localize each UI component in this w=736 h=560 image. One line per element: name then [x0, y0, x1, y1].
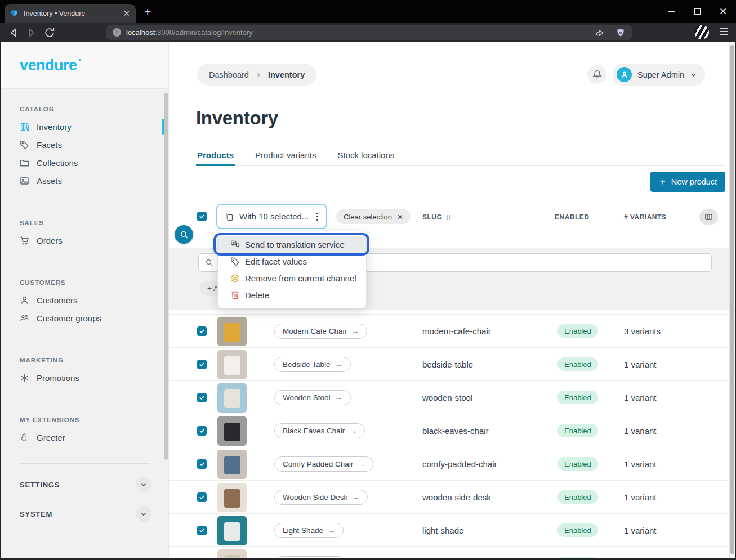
enabled-badge: Enabled: [557, 324, 598, 338]
product-slug: black-eaves-chair: [422, 426, 489, 436]
brave-shield-icon[interactable]: [616, 28, 625, 37]
enabled-badge: Enabled: [557, 490, 598, 504]
sidebar-item-facets[interactable]: Facets: [1, 136, 168, 154]
row-checkbox[interactable]: [197, 393, 207, 402]
arrow-right-icon: →: [358, 460, 365, 468]
browser-profile-avatar[interactable]: [694, 25, 709, 39]
sidebar-item-promotions[interactable]: Promotions: [1, 369, 168, 387]
menu-item-edit-facet-values[interactable]: Edit facet values: [218, 253, 366, 270]
facets-icon: [20, 140, 29, 150]
product-name-link[interactable]: Light Shade→: [274, 523, 344, 538]
sidebar-item-customer-groups[interactable]: Customer groups: [1, 309, 168, 327]
user-name: Super Admin: [637, 70, 684, 79]
select-all-checkbox[interactable]: [197, 212, 207, 221]
arrow-right-icon: →: [352, 493, 359, 501]
sidebar-section-my-extensions: MY EXTENSIONS Greeter: [1, 416, 168, 446]
table-row: Bedside Table→ bedside-table Enabled 1 v…: [169, 347, 729, 380]
sidebar-section-catalog: CATALOG Inventory Facets Collections Ass…: [1, 106, 168, 190]
share-icon[interactable]: [595, 28, 604, 37]
product-name-link[interactable]: Black Eaves Chair→: [274, 423, 365, 438]
search-button[interactable]: [175, 225, 193, 244]
variants-count: 1 variant: [624, 360, 657, 369]
product-name-link[interactable]: Modern Cafe Chair→: [274, 324, 367, 339]
arrow-right-icon: →: [335, 393, 342, 402]
sidebar-section-header: CATALOG: [20, 106, 168, 113]
sidebar-section-system[interactable]: SYSTEM: [1, 505, 168, 522]
table-row: Light Shade→ light-shade Enabled 1 varia…: [169, 513, 729, 546]
sidebar-section-header: MARKETING: [20, 357, 168, 364]
menu-item-delete[interactable]: Delete: [218, 286, 366, 303]
sidebar-section-settings[interactable]: SETTINGS: [1, 476, 168, 493]
product-slug: modern-cafe-chair: [422, 326, 491, 336]
customer-groups-icon: [20, 313, 29, 323]
breadcrumb[interactable]: Dashboard Inventory: [197, 64, 316, 86]
table-row: Wooden Side Desk→ wooden-side-desk Enabl…: [169, 480, 729, 513]
row-checkbox[interactable]: [197, 326, 207, 336]
chevron-down-icon[interactable]: [136, 477, 151, 492]
sidebar-scrollbar[interactable]: [164, 93, 168, 460]
column-settings-button[interactable]: [699, 209, 718, 225]
enabled-badge: Enabled: [557, 457, 598, 471]
forward-icon[interactable]: [26, 27, 37, 38]
tab-products[interactable]: Products: [196, 146, 235, 165]
customers-icon: [20, 295, 29, 305]
back-icon[interactable]: [8, 27, 19, 38]
notifications-button[interactable]: [587, 65, 606, 84]
sort-icon: [445, 214, 452, 221]
sidebar-item-inventory[interactable]: Inventory: [1, 118, 168, 136]
variants-count: 1 variant: [624, 426, 657, 436]
user-menu[interactable]: Super Admin: [613, 64, 705, 86]
product-name-link[interactable]: Wooden Stool→: [274, 390, 351, 405]
window-maximize-button[interactable]: [684, 0, 710, 23]
tab-product-variants[interactable]: Product variants: [254, 146, 317, 165]
table-row: → Enabled: [169, 546, 729, 558]
new-tab-button[interactable]: +: [144, 5, 151, 19]
variants-count: 1 variant: [624, 492, 657, 502]
row-checkbox[interactable]: [197, 459, 207, 469]
product-name-link[interactable]: Wooden Side Desk→: [274, 490, 368, 505]
chevron-down-icon[interactable]: [136, 506, 151, 522]
product-name-link[interactable]: Bedside Table→: [274, 357, 351, 372]
product-name-link[interactable]: Comfy Padded Chair→: [274, 456, 373, 472]
breadcrumb-dashboard[interactable]: Dashboard: [209, 70, 249, 79]
browser-tab[interactable]: Inventory • Vendure ✕: [5, 4, 136, 23]
product-thumbnail: [217, 483, 247, 512]
site-info-icon[interactable]: !: [113, 28, 121, 37]
orders-icon: [20, 236, 29, 245]
with-selected-button[interactable]: With 10 selected...: [216, 204, 327, 229]
menu-item-remove-from-current-channel[interactable]: Remove from current channel: [218, 270, 366, 286]
sidebar-item-orders[interactable]: Orders: [1, 231, 168, 249]
sidebar-item-collections[interactable]: Collections: [1, 154, 168, 172]
column-header-slug[interactable]: SLUG: [422, 213, 452, 221]
row-checkbox[interactable]: [197, 426, 207, 436]
breadcrumb-inventory[interactable]: Inventory: [268, 70, 305, 79]
sidebar-item-customers[interactable]: Customers: [1, 291, 168, 309]
row-checkbox[interactable]: [197, 360, 207, 369]
page-scrollbar[interactable]: [729, 42, 735, 558]
tab-stock-locations[interactable]: Stock locations: [336, 146, 395, 165]
reload-icon[interactable]: [44, 27, 55, 38]
tab-bar: ProductsProduct variantsStock locations: [196, 146, 725, 166]
sidebar-section-marketing: MARKETING Promotions: [1, 357, 168, 387]
sidebar-item-assets[interactable]: Assets: [1, 172, 168, 190]
url-bar[interactable]: ! localhost:3000/admin/catalog/inventory: [106, 25, 632, 40]
window-minimize-button[interactable]: [658, 0, 684, 23]
tab-close-icon[interactable]: ✕: [123, 8, 130, 19]
clear-selection-button[interactable]: Clear selection: [336, 209, 411, 224]
plus-icon: [659, 178, 667, 186]
sidebar-section-header: CUSTOMERS: [20, 279, 168, 286]
row-checkbox[interactable]: [197, 492, 207, 502]
close-icon: [397, 214, 403, 220]
scrollbar-thumb[interactable]: [730, 45, 734, 554]
sidebar-item-greeter[interactable]: Greeter: [1, 428, 168, 446]
chevron-right-icon: [255, 71, 262, 78]
new-product-button[interactable]: New product: [650, 172, 725, 192]
browser-menu-icon[interactable]: [720, 28, 728, 35]
row-checkbox[interactable]: [197, 526, 207, 535]
variants-count: 1 variant: [624, 459, 657, 469]
product-name-link[interactable]: →: [274, 556, 346, 558]
table-row: Black Eaves Chair→ black-eaves-chair Ena…: [169, 414, 729, 447]
copy-icon: [225, 212, 234, 221]
menu-item-send-to-translation-service[interactable]: Send to translation service: [218, 236, 366, 253]
window-close-button[interactable]: ✕: [710, 0, 736, 23]
